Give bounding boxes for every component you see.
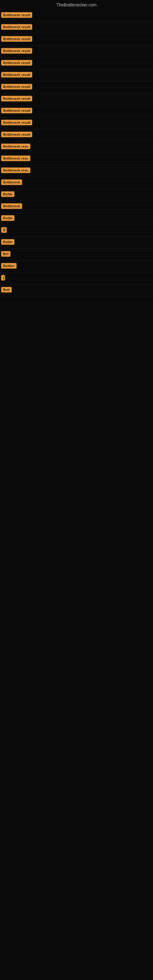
- list-item: Bottleneck result: [0, 22, 153, 34]
- list-item: B: [0, 225, 153, 237]
- list-item: Bottleneck result: [0, 70, 153, 81]
- list-item: Bottleneck result: [0, 46, 153, 57]
- bottleneck-result-badge[interactable]: Bottleneck resu: [1, 156, 30, 161]
- bottleneck-result-badge[interactable]: Bottleneck result: [1, 48, 32, 54]
- bottleneck-result-badge[interactable]: Bottleneck result: [1, 60, 32, 65]
- list-item: Bottleneck result: [0, 81, 153, 94]
- bottleneck-result-badge[interactable]: Bottleneck result: [1, 132, 32, 137]
- bottleneck-result-badge[interactable]: Bott: [1, 287, 12, 293]
- bottleneck-result-badge[interactable]: Bottlen: [1, 263, 16, 269]
- list-item: Bottleneck result: [0, 117, 153, 129]
- list-item: Bottleneck result: [0, 94, 153, 105]
- list-item: Bottle: [0, 237, 153, 249]
- bottleneck-result-badge[interactable]: Bottleneck result: [1, 36, 32, 41]
- list-item: Bottleneck: [0, 201, 153, 213]
- bottleneck-result-badge[interactable]: Bottle: [1, 215, 14, 221]
- bottleneck-result-badge[interactable]: Bot: [1, 251, 10, 257]
- bottleneck-result-badge[interactable]: |: [1, 275, 5, 280]
- site-title: TheBottlenecker.com: [0, 0, 153, 10]
- list-item: Bottle: [0, 213, 153, 225]
- list-item: Bottleneck result: [0, 57, 153, 70]
- bottleneck-result-badge[interactable]: Bottleneck resu: [1, 167, 30, 173]
- bottleneck-result-badge[interactable]: Bottle: [1, 239, 14, 245]
- bottleneck-result-badge[interactable]: Bottleneck: [1, 204, 22, 209]
- list-item: Bott: [0, 285, 153, 296]
- bottleneck-result-badge[interactable]: Bottleneck result: [1, 72, 32, 78]
- list-item: Bottleneck resu: [0, 141, 153, 153]
- list-item: Bot: [0, 249, 153, 261]
- list-item: |: [0, 272, 153, 285]
- rows-container: Bottleneck resultBottleneck resultBottle…: [0, 10, 153, 296]
- bottleneck-result-badge[interactable]: Bottle: [1, 191, 14, 197]
- list-item: Bottleneck result: [0, 129, 153, 141]
- list-item: Bottleneck result: [0, 34, 153, 46]
- bottleneck-result-badge[interactable]: Bottleneck result: [1, 120, 32, 125]
- bottleneck-result-badge[interactable]: Bottleneck result: [1, 96, 32, 101]
- list-item: Bottleneck resu: [0, 153, 153, 165]
- list-item: Bottleneck resu: [0, 165, 153, 177]
- bottleneck-result-badge[interactable]: Bottleneck: [1, 180, 22, 185]
- list-item: Bottlen: [0, 261, 153, 272]
- bottleneck-result-badge[interactable]: Bottleneck result: [1, 108, 32, 113]
- list-item: Bottleneck result: [0, 105, 153, 117]
- list-item: Bottle: [0, 189, 153, 201]
- bottleneck-result-badge[interactable]: B: [1, 227, 7, 233]
- bottleneck-result-badge[interactable]: Bottleneck result: [1, 84, 32, 89]
- bottleneck-result-badge[interactable]: Bottleneck result: [1, 24, 32, 30]
- list-item: Bottleneck result: [0, 10, 153, 22]
- site-header: TheBottlenecker.com: [0, 0, 153, 10]
- bottleneck-result-badge[interactable]: Bottleneck resu: [1, 144, 30, 149]
- bottleneck-result-badge[interactable]: Bottleneck result: [1, 12, 32, 18]
- list-item: Bottleneck: [0, 177, 153, 189]
